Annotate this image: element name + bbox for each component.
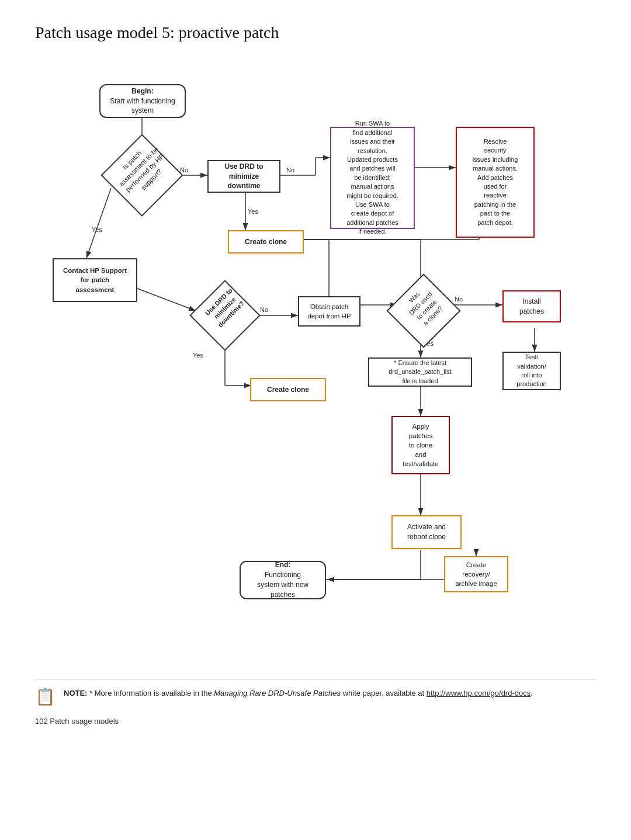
apply-patches-label: Applypatchesto cloneandtest/validate <box>403 422 438 468</box>
install-patches-label: Installpatches <box>519 297 544 317</box>
run-swa-box: Run SWA tofind additionalissues and thei… <box>330 127 415 229</box>
create-clone-1-label: Create clone <box>245 237 287 247</box>
create-clone-1-box: Create clone <box>228 230 304 254</box>
begin-label: Begin:Start with functioningsystem <box>110 86 175 116</box>
diagram-area: Yes No Yes No <box>35 60 596 673</box>
create-recovery-label: Createrecovery/archive image <box>455 560 497 588</box>
note-text3: . <box>531 689 533 697</box>
ensure-box: * Ensure the latestdrd_unsafe_patch_list… <box>368 357 472 387</box>
end-box: End:Functioningsystem with newpatches <box>240 561 326 599</box>
page-title: Patch usage model 5: proactive patch <box>35 23 596 42</box>
create-clone-2-label: Create clone <box>267 385 309 395</box>
run-swa-label: Run SWA tofind additionalissues and thei… <box>346 119 398 236</box>
note-link[interactable]: http://www.hp.com/go/drd-docs <box>427 689 531 697</box>
page: Patch usage model 5: proactive patch Yes… <box>0 0 631 749</box>
svg-text:Yes: Yes <box>193 352 203 359</box>
note-text1: * More information is available in the <box>89 689 214 697</box>
apply-patches-box: Applypatchesto cloneandtest/validate <box>391 416 450 474</box>
resolve-security-label: Resolvesecurityissues includingmanual ac… <box>473 137 518 227</box>
use-drd-1-box: Use DRD tominimizedowntime <box>207 160 280 193</box>
obtain-patch-label: Obtain patchdepot from HP <box>307 302 351 321</box>
resolve-security-box: Resolvesecurityissues includingmanual ac… <box>456 127 535 238</box>
note-text: NOTE: * More information is available in… <box>64 688 533 700</box>
was-drd-diamond: WasDRD usedto createa clone? <box>391 284 456 337</box>
create-recovery-box: Createrecovery/archive image <box>444 556 508 592</box>
test-validation-box: Test/validation/roll intoproduction <box>502 352 561 390</box>
svg-text:Yes: Yes <box>92 226 102 233</box>
activate-reboot-label: Activate andreboot clone <box>407 522 446 542</box>
svg-text:Yes: Yes <box>248 208 258 215</box>
end-label: End:Functioningsystem with newpatches <box>257 560 308 599</box>
note-text2: white paper, available at <box>341 689 427 697</box>
is-patch-diamond: Is patchassessment to beperformed by HPs… <box>98 146 186 204</box>
begin-box: Begin:Start with functioningsystem <box>99 84 186 118</box>
note-icon: 📋 <box>35 689 56 705</box>
note-italic: Managing Rare DRD-Unsafe Patches <box>214 689 341 697</box>
obtain-patch-box: Obtain patchdepot from HP <box>298 296 360 327</box>
install-patches-box: Installpatches <box>502 290 561 322</box>
test-validation-label: Test/validation/roll intoproduction <box>516 353 546 389</box>
note-area: 📋 NOTE: * More information is available … <box>35 679 596 705</box>
use-drd-2-diamond: Use DRD tominimizedowntime? <box>187 290 263 341</box>
svg-text:No: No <box>286 166 294 173</box>
ensure-label: * Ensure the latestdrd_unsafe_patch_list… <box>389 359 452 386</box>
note-label: NOTE: <box>64 689 87 697</box>
use-drd-1-label: Use DRD tominimizedowntime <box>224 162 263 191</box>
create-clone-2-box: Create clone <box>250 378 326 401</box>
contact-hp-box: Contact HP Supportfor patchassessment <box>53 258 137 302</box>
footer-text: 102 Patch usage models <box>35 717 596 726</box>
activate-reboot-box: Activate andreboot clone <box>391 515 462 549</box>
contact-hp-label: Contact HP Supportfor patchassessment <box>63 266 127 294</box>
